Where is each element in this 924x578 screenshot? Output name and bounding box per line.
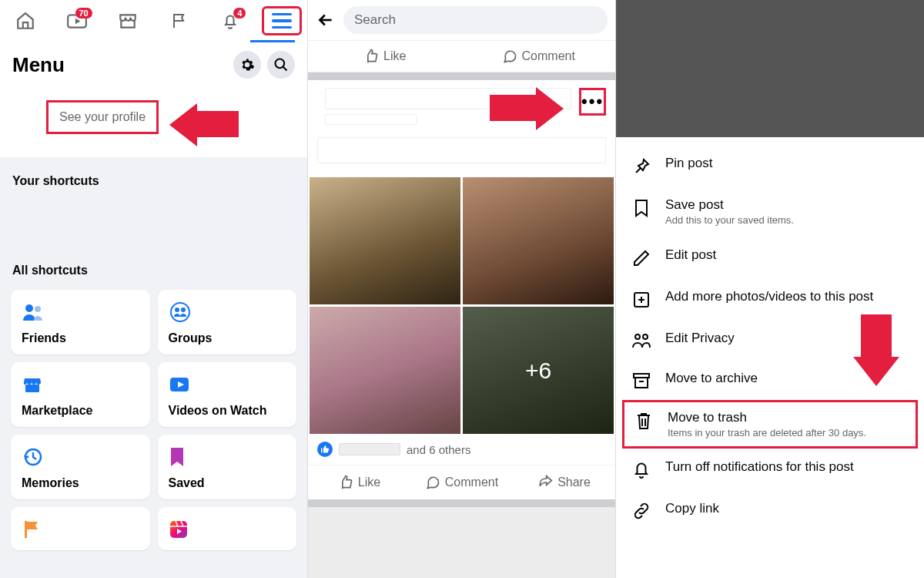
comment-icon — [425, 475, 440, 490]
option-subtitle: Add this to your saved items. — [665, 214, 910, 226]
svg-point-1 — [276, 59, 285, 69]
like-reaction-icon — [317, 442, 333, 457]
shortcut-label: Memories — [22, 476, 139, 490]
shortcut-marketplace[interactable]: Marketplace — [11, 362, 150, 427]
more-photos-overlay: +6 — [463, 307, 614, 434]
svg-point-5 — [175, 307, 179, 312]
shortcut-grid: Friends Groups Marketplace Videos on Wat… — [0, 282, 307, 558]
option-label: Copy link — [665, 501, 910, 516]
post-preview-cover — [616, 0, 924, 137]
bookmark-icon — [633, 199, 650, 217]
pin-icon — [632, 157, 651, 176]
svg-point-2 — [25, 304, 33, 312]
post-more-button[interactable]: ••• — [579, 88, 606, 116]
nav-pages[interactable] — [158, 11, 201, 31]
option-save-post[interactable]: Save post Add this to your saved items. — [616, 187, 924, 237]
svg-rect-7 — [25, 385, 39, 392]
watch-badge: 70 — [75, 8, 92, 18]
shortcut-videos[interactable]: Videos on Watch — [158, 362, 297, 427]
nav-watch[interactable]: 70 — [55, 11, 99, 31]
like-label: Like — [358, 476, 380, 489]
post-photo-1[interactable] — [310, 177, 460, 304]
post-card: ••• +6 and 6 others Like — [308, 80, 615, 499]
svg-point-14 — [643, 334, 648, 339]
option-move-trash[interactable]: Move to trash Items in your trash are de… — [632, 410, 908, 439]
top-navigation: 70 4 — [0, 0, 307, 42]
shortcut-reels[interactable] — [158, 507, 297, 550]
option-label: Move to trash — [668, 410, 908, 425]
comment-button[interactable]: Comment — [462, 41, 616, 72]
nav-home[interactable] — [4, 11, 47, 31]
hamburger-icon — [262, 6, 302, 36]
option-pin-post[interactable]: Pin post — [616, 145, 924, 187]
marketplace-icon — [22, 374, 43, 395]
svg-point-3 — [35, 306, 41, 312]
shortcut-memories[interactable]: Memories — [11, 435, 150, 499]
archive-icon — [632, 372, 651, 389]
option-label: Turn off notifications for this post — [665, 459, 910, 475]
option-label: Pin post — [665, 156, 910, 171]
share-button[interactable]: Share — [513, 465, 615, 499]
watch-icon — [169, 375, 192, 395]
friends-icon — [22, 302, 45, 322]
like-button[interactable]: Like — [308, 465, 410, 499]
home-icon — [15, 11, 35, 31]
more-icon: ••• — [581, 92, 604, 112]
post-photo-3[interactable] — [310, 307, 460, 434]
profile-row[interactable]: See your profile — [0, 88, 307, 157]
option-turn-off-notifications[interactable]: Turn off notifications for this post — [616, 449, 924, 490]
shortcut-groups[interactable]: Groups — [158, 290, 297, 355]
link-icon — [632, 502, 651, 519]
back-icon[interactable] — [316, 10, 336, 30]
add-photo-icon — [632, 291, 651, 309]
shortcut-saved[interactable]: Saved — [158, 435, 297, 499]
svg-rect-10 — [25, 521, 27, 538]
option-move-trash-highlight: Move to trash Items in your trash are de… — [622, 400, 918, 449]
post-photo-4[interactable]: +6 — [463, 307, 614, 434]
shortcut-friends[interactable]: Friends — [11, 290, 150, 355]
svg-point-4 — [171, 303, 189, 321]
nav-marketplace[interactable] — [106, 11, 149, 31]
see-profile-link[interactable]: See your profile — [46, 100, 159, 134]
reactor-name — [339, 443, 400, 455]
post-photo-2[interactable] — [463, 177, 614, 304]
option-label: Edit post — [665, 247, 910, 263]
saved-icon — [169, 446, 186, 468]
menu-header: Menu — [0, 42, 307, 88]
post-actions-top: Like Comment — [308, 40, 615, 72]
nav-menu[interactable] — [260, 6, 303, 36]
shortcut-label: Groups — [169, 331, 286, 345]
like-icon — [363, 49, 379, 64]
post-text — [317, 137, 606, 163]
option-copy-link[interactable]: Copy link — [616, 490, 924, 530]
store-icon — [118, 11, 138, 31]
menu-title: Menu — [12, 53, 227, 77]
all-shortcuts-label: All shortcuts — [0, 247, 307, 282]
comment-icon — [502, 49, 517, 64]
option-edit-post[interactable]: Edit post — [616, 237, 924, 278]
reactors-suffix: and 6 others — [407, 443, 470, 456]
settings-button[interactable] — [233, 51, 261, 79]
trash-icon — [635, 412, 652, 430]
post-photo-grid[interactable]: +6 — [308, 177, 615, 434]
post-timestamp — [325, 114, 417, 125]
shortcut-pages[interactable] — [11, 507, 150, 550]
post-actions-bottom: Like Comment Share — [308, 465, 615, 499]
svg-point-6 — [181, 307, 186, 312]
search-bar: Search — [308, 0, 615, 40]
like-button[interactable]: Like — [308, 41, 462, 72]
comment-button[interactable]: Comment — [410, 465, 513, 499]
svg-point-13 — [635, 334, 640, 339]
menu-search-button[interactable] — [267, 51, 295, 79]
svg-rect-15 — [634, 374, 649, 378]
shortcut-label: Marketplace — [22, 404, 139, 418]
search-input[interactable]: Search — [343, 6, 608, 34]
pencil-icon — [632, 249, 651, 267]
option-subtitle: Items in your trash are deleted after 30… — [668, 427, 908, 439]
option-add-media[interactable]: Add more photos/videos to this post — [616, 278, 924, 320]
search-icon — [273, 57, 289, 72]
share-icon — [537, 475, 553, 490]
svg-rect-11 — [170, 521, 187, 538]
nav-notifications[interactable]: 4 — [209, 11, 252, 31]
post-reactions[interactable]: and 6 others — [308, 434, 615, 465]
